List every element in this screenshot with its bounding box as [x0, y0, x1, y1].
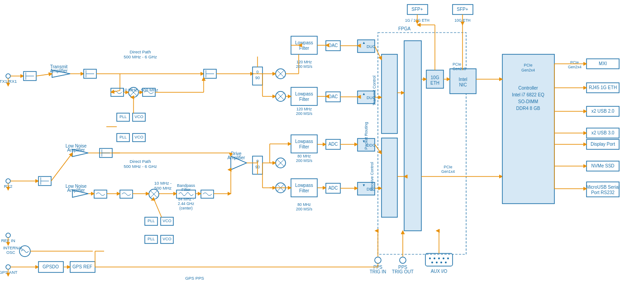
aux-pin2	[434, 257, 435, 259]
lna2-label2: Amplifier	[67, 188, 86, 193]
intel-nic-label2: NIC	[459, 82, 467, 87]
microusb-label1: MicroUSB Serial	[586, 185, 619, 190]
freq-84-label: 84 MHz -	[178, 197, 194, 201]
usb3-label: x2 USB 3.0	[592, 130, 615, 135]
receive-control-block	[382, 138, 397, 217]
internal-osc-label2: OSC	[6, 250, 15, 255]
direct-path-top-label2: 500 MHz - 6 GHz	[124, 54, 157, 59]
dac1-rate-label2: 200 MS/s	[296, 64, 312, 69]
rj45-label: RJ45 1G ETH	[589, 85, 617, 90]
vco3-label: VCO	[162, 219, 172, 223]
pll4-label: PLL	[148, 237, 155, 241]
aux-pin1	[429, 257, 431, 259]
internal-osc-label: INTERNAL	[3, 246, 24, 250]
freq-bot-label2: 500 MHz	[154, 186, 172, 191]
adc2-rate-label: 80 MHz	[297, 202, 310, 207]
aux-io-label: AUX I/O	[431, 269, 448, 274]
pcie-gen2x8-label: PCIe	[453, 62, 461, 67]
transmit-control-label: Transmit Control	[372, 76, 377, 105]
mxi-label: MXI	[599, 61, 607, 66]
eth-10g-label2: ETH	[430, 81, 439, 86]
lp-filter2-label: Lowpass	[295, 91, 313, 96]
pll2-label: PLL	[119, 135, 127, 139]
direct-path-bot-label2: 500 MHz - 6 GHz	[124, 164, 157, 169]
controller-label4: DDR4 8 GB	[516, 106, 540, 111]
packet-routing-block	[404, 41, 421, 231]
pps-trig-in-label2: TRIG IN	[370, 269, 386, 274]
nvme-label: NVMe SSD	[591, 163, 614, 168]
lna1-label2: Amplifier	[67, 148, 86, 153]
adc1-rate-label2: 200 MS/s	[296, 158, 312, 163]
freq-244-label: 2.44 GHz	[178, 201, 194, 206]
lp-filter3-label2: Filter	[299, 144, 310, 149]
iq-top-90: 90	[255, 76, 260, 80]
pcie-gen2x4-label: PCIe	[524, 63, 533, 67]
duc1-label: DUC	[367, 44, 376, 49]
controller-label1: Controller	[518, 86, 538, 91]
freq-bot-label: 10 MHz -	[154, 181, 172, 186]
packet-routing-label: Packet Routing	[364, 122, 368, 149]
ddc2-arrow: ▼	[362, 183, 366, 187]
vco2-label: VCO	[134, 135, 143, 139]
lp-filter1-label2: Filter	[299, 46, 310, 51]
eth-10g-label: 10G	[431, 75, 439, 80]
gps-pps-label: GPS PPS	[185, 276, 204, 281]
pll3-label: PLL	[148, 219, 155, 223]
sfp1-label: SFP+	[411, 7, 423, 12]
dac1-rate-label: 120 MHz	[296, 60, 312, 64]
pcie-gen1x4-label: PCIe	[444, 165, 453, 169]
aux-pin6	[431, 262, 433, 263]
controller-label2: Intel i7 6822 EQ	[512, 92, 544, 97]
direct-path-top-label: Direct Path	[130, 49, 151, 54]
lp-filter1-label: Lowpass	[295, 40, 313, 45]
vco4-label: VCO	[162, 237, 172, 241]
aux-pin7	[436, 262, 438, 263]
transmit-control-block	[382, 54, 397, 133]
duc2-arrow: ▲	[362, 92, 366, 96]
controller-block	[502, 54, 554, 204]
adc2-label: ADC	[328, 186, 338, 191]
lp-filter2-label2: Filter	[299, 97, 310, 102]
gpsdo-label: GPSDO	[43, 264, 59, 269]
lp-filter4-label: Lowpass	[295, 183, 313, 188]
gps-ant-label: GPS ANT	[0, 270, 18, 275]
sfp2-label: SFP+	[457, 7, 468, 12]
adc1-label: ADC	[328, 142, 338, 147]
lp-filter3-label: Lowpass	[295, 139, 313, 144]
pps-trig-out-label2: TRIG OUT	[392, 269, 414, 274]
display-port-label: Display Port	[591, 142, 615, 147]
intel-nic-label: Intel	[459, 77, 467, 82]
usb2-label: x2 USB 2.0	[592, 109, 615, 114]
adc1-rate-label: 80 MHz	[297, 154, 310, 158]
controller-label3: SO-DIMM	[518, 99, 538, 104]
gps-ref-label: GPS REF	[72, 264, 92, 269]
aux-pin8	[440, 262, 442, 263]
direct-path-bot-label: Direct Path	[130, 159, 151, 164]
aux-pin3	[438, 257, 440, 259]
aux-pin4	[443, 257, 444, 259]
vco1-label: VCO	[134, 114, 143, 119]
pcie-mxi-label2: Gen2x4	[568, 65, 582, 69]
drive-amp-label2: Amplifier	[228, 155, 246, 160]
transmit-amp-label2: Amplifier	[50, 68, 68, 73]
pcie-gen2x4-label2: Gen2x4	[521, 68, 535, 72]
lp-filter4-label2: Filter	[299, 188, 310, 193]
microusb-label2: Port RS232	[591, 190, 615, 195]
dac2-rate-label: 120 MHz	[296, 107, 312, 111]
dac2-rate-label2: 200 MS/s	[296, 111, 312, 116]
receive-control-label: Receive Control	[370, 162, 374, 191]
dac2-label: DAC	[328, 94, 338, 99]
adc2-rate-label2: 200 MS/s	[296, 207, 312, 211]
pcie-gen1x4-label2: Gen1x4	[441, 169, 455, 174]
aux-pin9	[445, 262, 447, 263]
freq-center-label: (center)	[179, 206, 192, 210]
fpga-label: FPGA	[398, 26, 411, 31]
dac1-label: DAC	[328, 43, 338, 48]
pll1-label: PLL	[119, 114, 127, 119]
pcie-gen2x8-label2: Gen2x8	[453, 67, 466, 71]
aux-pin5	[447, 257, 449, 259]
bandpass-label2: Filter	[181, 187, 191, 192]
duc1-arrow: ▲	[362, 41, 366, 45]
